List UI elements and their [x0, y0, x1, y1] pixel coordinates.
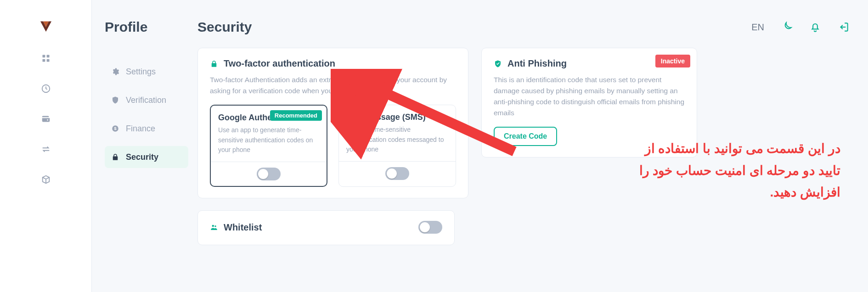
sidebar: Profile Settings Verification $ Finance … — [92, 0, 197, 292]
shield-check-icon — [494, 60, 502, 68]
coin-icon: $ — [111, 124, 119, 133]
sidebar-item-security[interactable]: Security — [105, 146, 188, 168]
lock-icon — [210, 60, 218, 68]
method-sms[interactable]: Text Message (SMS) Receive time-sensitiv… — [338, 105, 456, 187]
svg-rect-2 — [42, 55, 45, 58]
twofa-methods: Recommended Google Authenticator Use an … — [210, 105, 456, 187]
app-logo — [39, 19, 53, 33]
top-actions: EN — [751, 21, 850, 33]
anti-desc: This is an identification code that user… — [494, 74, 685, 118]
notifications-icon[interactable] — [809, 21, 821, 33]
lang-toggle[interactable]: EN — [751, 22, 764, 33]
svg-text:$: $ — [114, 126, 116, 131]
sidebar-item-verification[interactable]: Verification — [105, 89, 188, 111]
nav-wallet-icon[interactable] — [41, 114, 51, 124]
sidebar-title: Profile — [105, 19, 188, 35]
logout-icon[interactable] — [838, 21, 850, 33]
sidebar-item-settings[interactable]: Settings — [105, 61, 188, 83]
sidebar-item-label: Verification — [126, 95, 166, 105]
svg-rect-5 — [46, 59, 49, 62]
svg-point-9 — [212, 225, 214, 227]
shield-icon — [111, 96, 119, 104]
topbar: Security EN — [197, 19, 850, 35]
theme-toggle-icon[interactable] — [781, 21, 793, 33]
method-desc: Receive time-sensitive authentication co… — [346, 125, 448, 155]
method-google-toggle[interactable] — [257, 168, 281, 180]
content-grid: Two-factor authentication Two-factor Aut… — [197, 48, 850, 198]
nav-cube-icon[interactable] — [41, 174, 51, 185]
svg-rect-3 — [46, 55, 49, 58]
create-code-button[interactable]: Create Code — [494, 127, 557, 146]
page-title: Security — [197, 19, 252, 35]
sidebar-item-finance[interactable]: $ Finance — [105, 118, 188, 140]
svg-point-10 — [214, 225, 216, 227]
whitelist-title: Whitelist — [224, 222, 262, 233]
icon-rail — [0, 0, 92, 292]
svg-rect-4 — [42, 59, 45, 62]
method-google[interactable]: Recommended Google Authenticator Use an … — [210, 105, 327, 187]
method-desc: Use an app to generate time-sensitive au… — [218, 125, 319, 155]
lock-icon — [111, 153, 119, 161]
status-badge: Inactive — [655, 55, 690, 67]
nav-transfer-icon[interactable] — [41, 144, 51, 154]
sidebar-item-label: Settings — [126, 67, 156, 77]
sidebar-list: Settings Verification $ Finance Security — [105, 61, 188, 168]
twofa-card: Two-factor authentication Two-factor Aut… — [197, 48, 468, 198]
twofa-heading: Two-factor authentication — [210, 58, 456, 69]
sidebar-item-label: Security — [126, 152, 158, 162]
users-icon — [210, 223, 218, 231]
twofa-title: Two-factor authentication — [224, 58, 335, 69]
recommended-chip: Recommended — [270, 110, 322, 121]
method-sms-toggle[interactable] — [385, 167, 409, 180]
whitelist-toggle[interactable] — [418, 221, 442, 234]
twofa-desc: Two-factor Authentication adds an extra … — [210, 74, 449, 96]
nav-activity-icon[interactable] — [41, 84, 51, 94]
gear-icon — [111, 67, 119, 76]
anti-phishing-card: Inactive Anti Phishing This is an identi… — [481, 48, 697, 157]
method-title: Text Message (SMS) — [346, 112, 448, 122]
whitelist-card: Whitelist — [197, 210, 455, 245]
nav-dashboard-icon[interactable] — [41, 53, 51, 63]
anti-title: Anti Phishing — [507, 58, 567, 69]
main: Security EN Two-factor authentication Tw… — [197, 0, 868, 292]
sidebar-item-label: Finance — [126, 124, 155, 134]
